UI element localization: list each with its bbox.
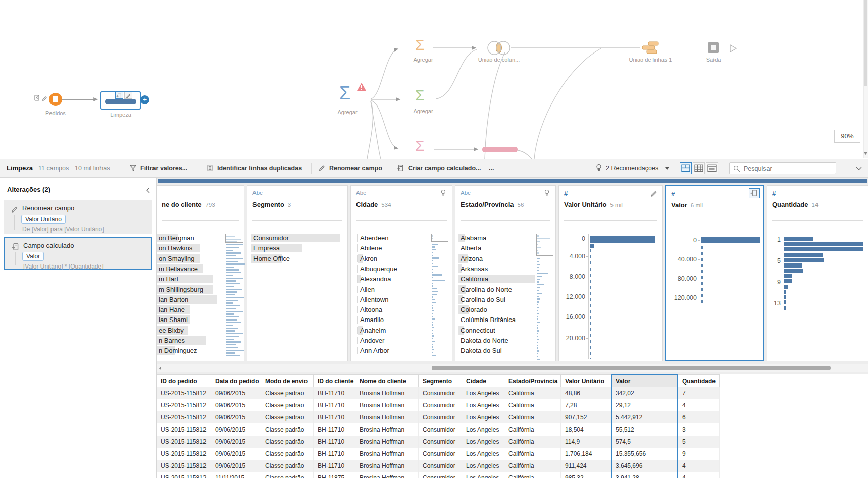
histogram-bar[interactable] bbox=[701, 237, 760, 243]
table-cell[interactable]: 6 bbox=[678, 411, 720, 423]
collapse-changes-chevron-icon[interactable] bbox=[145, 187, 150, 194]
aggregate-node-1[interactable]: Σ bbox=[339, 86, 350, 101]
table-cell[interactable]: BH-11710 bbox=[314, 460, 355, 472]
table-cell[interactable]: 09/06/2015 bbox=[211, 460, 261, 472]
flow-pane[interactable]: Pedidos + Limpeza Σ Agregar Σ Agregar Σ … bbox=[0, 0, 868, 160]
table-cell[interactable]: Classe padrão bbox=[261, 460, 314, 472]
profile-card-cidade[interactable]: Abc Cidade534 AberdeenAbileneAkronAlbuqu… bbox=[350, 185, 452, 361]
more-options-button[interactable]: ... bbox=[489, 159, 494, 177]
table-cell[interactable]: Consumidor bbox=[419, 423, 462, 436]
table-cell[interactable]: US-2015-115812 bbox=[157, 423, 211, 436]
table-cell[interactable]: 29,12 bbox=[611, 399, 678, 411]
table-cell[interactable]: 09/06/2015 bbox=[211, 411, 261, 423]
histogram-bar[interactable] bbox=[784, 263, 802, 268]
scroll-left-arrow-icon[interactable] bbox=[158, 366, 162, 370]
value-row[interactable]: m Bellavance bbox=[159, 265, 198, 273]
table-cell[interactable]: 114,9 bbox=[561, 436, 611, 448]
table-cell[interactable]: BH-11710 bbox=[314, 436, 355, 448]
aggregate-node-4[interactable]: Σ bbox=[415, 138, 425, 153]
histogram-bar[interactable] bbox=[784, 285, 788, 289]
table-cell[interactable]: 3.645,696 bbox=[611, 460, 678, 472]
view-toggle-list[interactable] bbox=[706, 162, 718, 174]
table-cell[interactable]: Califórnia bbox=[504, 423, 561, 436]
table-cell[interactable]: US-2015-115812 bbox=[157, 472, 211, 478]
table-cell[interactable]: 9 bbox=[678, 448, 720, 460]
value-row[interactable]: Amarillo bbox=[360, 316, 384, 324]
table-cell[interactable]: BH-11875 bbox=[314, 472, 355, 478]
search-box[interactable] bbox=[729, 162, 836, 174]
table-cell[interactable]: 48,86 bbox=[561, 387, 611, 399]
table-cell[interactable]: 15.355,656 bbox=[611, 448, 678, 460]
histogram-bar[interactable] bbox=[784, 279, 792, 283]
value-row[interactable]: Colúmbia Britânica bbox=[461, 316, 516, 324]
value-row[interactable]: Carolina do Norte bbox=[461, 286, 512, 293]
value-row[interactable]: Allen bbox=[360, 286, 375, 293]
histogram-bar[interactable] bbox=[590, 236, 655, 243]
rename-field-button[interactable]: Renomear campo bbox=[329, 159, 382, 177]
table-cell[interactable]: 4 bbox=[678, 472, 720, 478]
table-cell[interactable]: Classe padrão bbox=[261, 387, 314, 399]
value-row[interactable]: Aberdeen bbox=[360, 234, 388, 242]
table-cell[interactable]: Consumidor bbox=[419, 387, 462, 399]
histogram-bar[interactable] bbox=[784, 306, 786, 310]
table-cell[interactable]: 911,424 bbox=[561, 460, 611, 472]
table-cell[interactable]: 7 bbox=[678, 387, 720, 399]
value-row[interactable]: Carolina do Sul bbox=[461, 296, 505, 303]
column-header-id-do-pedido[interactable]: ID do pedido bbox=[157, 374, 211, 387]
scroll-down-arrow-icon[interactable] bbox=[863, 151, 868, 156]
table-cell[interactable]: 342,02 bbox=[611, 387, 678, 399]
table-cell[interactable]: Brosina Hoffman bbox=[355, 472, 419, 478]
recommendations-button[interactable]: 2 Recomendações bbox=[606, 159, 658, 177]
table-cell[interactable]: 574,5 bbox=[611, 436, 678, 448]
value-row[interactable]: Allentown bbox=[360, 296, 388, 303]
recommendation-bulb-icon[interactable] bbox=[543, 189, 550, 197]
table-cell[interactable]: Consumidor bbox=[419, 399, 462, 411]
value-row[interactable]: ian Barton bbox=[159, 296, 188, 303]
histogram-bar[interactable] bbox=[590, 244, 594, 248]
table-cell[interactable]: Brosina Hoffman bbox=[355, 436, 419, 448]
scrollbar-thumb[interactable] bbox=[432, 366, 831, 370]
value-row[interactable]: m Hart bbox=[159, 275, 178, 283]
change-item-calculated-field[interactable]: Campo calculado Valor [Valor Unitário] *… bbox=[4, 237, 152, 270]
profile-card-valor-unitario[interactable]: # Valor Unitário5 mil 04.0008.00012.0001… bbox=[558, 185, 663, 361]
create-calculated-field-button[interactable]: Criar campo calculado... bbox=[408, 159, 481, 177]
value-row[interactable]: Alexandria bbox=[360, 275, 391, 283]
table-cell[interactable]: 09/06/2015 bbox=[211, 387, 261, 399]
column-header-data-do-pedido[interactable]: Data do pedido bbox=[211, 374, 261, 387]
field-chip[interactable]: Valor Unitário bbox=[21, 215, 66, 224]
table-cell[interactable]: 3.941,28 bbox=[611, 472, 678, 478]
table-cell[interactable]: Califórnia bbox=[504, 411, 561, 423]
aggregate-node-2[interactable]: Σ bbox=[415, 37, 425, 52]
table-cell[interactable]: Los Angeles bbox=[462, 411, 504, 423]
table-cell[interactable]: Los Angeles bbox=[462, 423, 504, 436]
histogram-bar[interactable] bbox=[784, 300, 786, 304]
table-cell[interactable]: 907,152 bbox=[561, 411, 611, 423]
value-row[interactable]: Home Office bbox=[253, 255, 290, 262]
table-cell[interactable]: Classe padrão bbox=[261, 399, 314, 411]
table-cell[interactable]: US-2015-115812 bbox=[157, 460, 211, 472]
filter-values-button[interactable]: Filtrar valores... bbox=[140, 159, 187, 177]
value-row[interactable]: Califórnia bbox=[461, 275, 488, 283]
column-header-quantidade[interactable]: Quantidade bbox=[678, 374, 720, 387]
value-row[interactable]: on Smayling bbox=[159, 255, 195, 262]
table-cell[interactable]: 55,512 bbox=[611, 423, 678, 436]
table-cell[interactable]: 09/06/2015 bbox=[211, 436, 261, 448]
table-cell[interactable]: 09/06/2015 bbox=[211, 448, 261, 460]
aggregate-node-3[interactable]: Σ bbox=[415, 88, 425, 103]
table-cell[interactable]: BH-11710 bbox=[314, 411, 355, 423]
add-step-button[interactable]: + bbox=[140, 95, 149, 104]
column-header-segmento[interactable]: Segmento bbox=[419, 374, 462, 387]
table-cell[interactable]: Califórnia bbox=[504, 399, 561, 411]
value-row[interactable]: on Hawkins bbox=[159, 244, 192, 252]
table-cell[interactable]: Los Angeles bbox=[462, 436, 504, 448]
table-cell[interactable]: Califórnia bbox=[504, 448, 561, 460]
table-cell[interactable]: BH-11710 bbox=[314, 399, 355, 411]
table-cell[interactable]: Brosina Hoffman bbox=[355, 448, 419, 460]
value-row[interactable]: m Shillingsburg bbox=[159, 286, 203, 293]
value-row[interactable]: Connecticut bbox=[461, 327, 495, 334]
table-cell[interactable]: 985,32 bbox=[561, 472, 611, 478]
value-row[interactable]: Empresa bbox=[253, 244, 280, 252]
table-cell[interactable]: Los Angeles bbox=[462, 448, 504, 460]
table-cell[interactable]: BH-11710 bbox=[314, 387, 355, 399]
table-cell[interactable]: Classe padrão bbox=[261, 448, 314, 460]
